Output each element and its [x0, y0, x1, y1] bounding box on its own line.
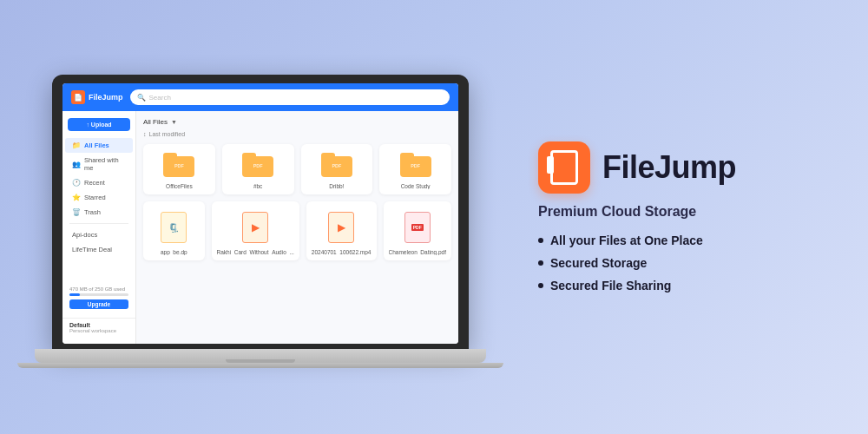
trash-icon: 🗑️: [72, 208, 81, 216]
feature-text-2: Secured Storage: [550, 256, 647, 270]
bullet-icon: [538, 283, 543, 288]
folder-item[interactable]: PDF Code Study: [379, 144, 451, 194]
bullet-icon: [538, 238, 543, 243]
sort-row[interactable]: ↕ Last modified: [143, 131, 451, 137]
feature-item-2: Secured Storage: [538, 256, 833, 270]
sidebar-item-starred[interactable]: ⭐ Starred: [65, 190, 133, 205]
brand-row: FileJump: [538, 141, 833, 194]
zip-icon: 🗜️: [168, 223, 179, 233]
folder-name: OfficeFiles: [148, 183, 210, 189]
folder-inner-label: PDF: [253, 163, 263, 168]
brand-logo-inner: [550, 150, 578, 185]
screen-bezel: 📄 FileJump 🔍 Search ↑ Upload 📁 All Files: [52, 75, 469, 349]
sidebar-shared-label: Shared with me: [84, 156, 126, 172]
sidebar-recent-label: Recent: [84, 179, 105, 187]
folder-icon: PDF: [321, 153, 352, 177]
brand-name: FileJump: [602, 149, 736, 186]
app-header: 📄 FileJump 🔍 Search: [62, 83, 458, 111]
breadcrumb-arrow: ▼: [171, 119, 177, 125]
search-bar[interactable]: 🔍 Search: [130, 89, 450, 105]
sidebar-item-trash[interactable]: 🗑️ Trash: [65, 205, 133, 220]
sidebar-api-docs-label: Api-docs: [72, 231, 97, 239]
folder-icon: PDF: [242, 153, 273, 177]
video-file-icon-container2: ▶: [326, 210, 357, 245]
app-screen: 📄 FileJump 🔍 Search ↑ Upload 📁 All Files: [62, 83, 458, 344]
sidebar-all-files-label: All Files: [84, 141, 109, 149]
video-file-icon2: ▶: [328, 212, 354, 243]
video-file-icon: ▶: [242, 212, 268, 243]
workspace-name: Default: [69, 322, 128, 328]
pdf-file-icon: PDF: [404, 212, 431, 243]
folder-icon: PDF: [400, 153, 431, 177]
sidebar-item-api-docs[interactable]: Api-docs: [65, 227, 133, 242]
zip-file-icon: 🗜️: [161, 212, 187, 243]
video-file-icon-container: ▶: [240, 210, 271, 245]
workspace-sub: Personal workspace: [69, 328, 128, 333]
upgrade-button[interactable]: Upgrade: [69, 299, 128, 309]
sidebar-item-shared[interactable]: 👥 Shared with me: [65, 153, 133, 175]
file-item-pdf[interactable]: PDF Chameleon_Dating.pdf: [384, 201, 452, 260]
laptop-bottom-bar: [17, 363, 503, 368]
sidebar-trash-label: Trash: [84, 208, 101, 216]
storage-text: 470 MB of 250 GB used: [69, 286, 128, 292]
video-play-icon: ▶: [252, 221, 260, 233]
sidebar-item-recent[interactable]: 🕐 Recent: [65, 175, 133, 190]
sort-icon: ↕: [143, 131, 147, 137]
brand-logo: [538, 141, 590, 194]
starred-icon: ⭐: [72, 194, 81, 201]
bullet-icon: [538, 260, 543, 266]
upload-button[interactable]: ↑ Upload: [68, 118, 130, 131]
folder-name: #bc: [227, 183, 289, 189]
file-name: 20240701_100622.mp4: [312, 249, 372, 255]
folder-item[interactable]: PDF Dribb!: [301, 144, 373, 194]
feature-item-1: All your Files at One Place: [538, 233, 833, 247]
sidebar-starred-label: Starred: [84, 194, 106, 201]
files-grid: 🗜️ app_be.dp ▶ Rak: [143, 201, 451, 260]
laptop-base: [35, 349, 486, 363]
search-icon: 🔍: [137, 94, 146, 102]
storage-bar-container: 470 MB of 250 GB used: [69, 286, 128, 296]
file-item-video1[interactable]: ▶ Rakhi_Card_Without_Audio_...: [212, 201, 299, 260]
folder-name: Dribb!: [306, 183, 368, 189]
folder-item[interactable]: PDF OfficeFiles: [143, 144, 215, 194]
workspace-section: Default Personal workspace: [62, 318, 135, 337]
app-body: ↑ Upload 📁 All Files 👥 Shared with me 🕐 …: [62, 111, 458, 344]
video-play-icon2: ▶: [338, 221, 345, 233]
features-list: All your Files at One Place Secured Stor…: [538, 233, 833, 293]
folder-body: PDF: [163, 156, 194, 177]
feature-text-3: Secured File Sharing: [550, 279, 671, 293]
feature-item-3: Secured File Sharing: [538, 279, 833, 293]
sidebar-lifetime-label: LifeTime Deal: [72, 246, 112, 253]
shared-icon: 👥: [72, 161, 81, 168]
folder-inner-label: PDF: [411, 163, 420, 168]
folder-inner-label: PDF: [332, 163, 341, 168]
pdf-badge: PDF: [411, 224, 424, 231]
file-name: Rakhi_Card_Without_Audio_...: [217, 249, 294, 255]
storage-bar-bg: [69, 293, 128, 296]
feature-text-1: All your Files at One Place: [550, 233, 703, 247]
file-item-video2[interactable]: ▶ 20240701_100622.mp4: [306, 201, 377, 260]
zip-file-icon-container: 🗜️: [158, 210, 189, 245]
tagline: Premium Cloud Storage: [538, 204, 833, 220]
folder-inner-label: PDF: [174, 163, 184, 168]
file-name: Chameleon_Dating.pdf: [389, 249, 447, 255]
breadcrumb: All Files: [143, 118, 168, 126]
breadcrumb-row: All Files ▼: [143, 118, 451, 126]
app-logo: 📄 FileJump: [71, 90, 123, 104]
storage-bar-fill: [69, 293, 80, 296]
folder-body: PDF: [321, 156, 352, 177]
folder-icon: PDF: [163, 153, 194, 177]
file-item-zip[interactable]: 🗜️ app_be.dp: [143, 201, 205, 260]
logo-icon: 📄: [71, 90, 85, 104]
folders-grid: PDF OfficeFiles PDF: [143, 144, 451, 194]
sidebar-item-lifetime-deal[interactable]: LifeTime Deal: [65, 242, 133, 257]
search-placeholder-text: Search: [149, 94, 171, 102]
sidebar-item-all-files[interactable]: 📁 All Files: [65, 138, 133, 153]
folder-name: Code Study: [385, 183, 446, 189]
pdf-file-icon-container: PDF: [402, 210, 433, 245]
folder-item[interactable]: PDF #bc: [222, 144, 294, 194]
right-panel: FileJump Premium Cloud Storage All your …: [521, 133, 833, 301]
file-name: app_be.dp: [148, 249, 200, 255]
folder-body: PDF: [242, 156, 273, 177]
sidebar-divider: [69, 223, 128, 224]
